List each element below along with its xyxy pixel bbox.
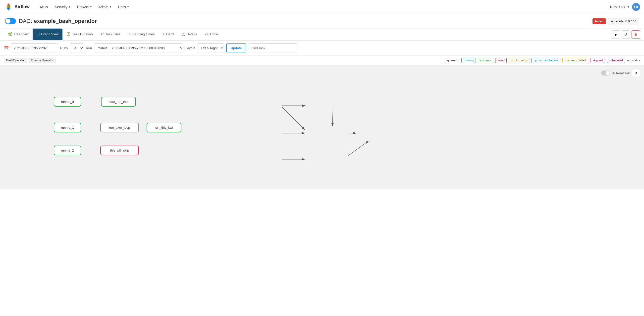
tab-details[interactable]: △ Details — [178, 28, 200, 40]
duration-icon: ⏳ — [66, 32, 71, 36]
tab-tree-view[interactable]: 🌿 Tree View — [4, 28, 32, 40]
layout-select[interactable]: Left > Right — [197, 43, 224, 52]
dummy-operator-tag[interactable]: DummyOperator — [29, 58, 56, 63]
autorefresh-bar: Auto-refresh ↺ — [4, 69, 640, 77]
graph-area: Auto-refresh ↺ run — [0, 65, 644, 189]
dag-header-right: failed schedule: 0 0 * * * — [592, 18, 639, 24]
status-retry[interactable]: up_for_retry — [509, 58, 529, 63]
node-runme-2[interactable]: runme_2 — [54, 146, 81, 155]
nav-security[interactable]: Security▾ — [52, 3, 73, 11]
code-icon: <> — [205, 32, 209, 36]
dag-header: DAG: example_bash_operator failed schedu… — [0, 14, 644, 28]
run-select[interactable]: manual__2021-03-30T19:27:22.155000+00:00 — [94, 43, 184, 52]
tab-actions: ▶ ↺ 🗑 — [612, 30, 640, 39]
runs-label: Runs — [60, 46, 68, 50]
dag-arrows-svg — [4, 81, 640, 185]
nav-avatar[interactable]: FB — [632, 3, 640, 11]
nav-dags[interactable]: DAGs — [36, 3, 51, 11]
tries-icon: ↩ — [101, 32, 104, 36]
details-icon: △ — [182, 32, 185, 36]
dag-graph: runme_0 also_run_this runme_1 run_after_… — [4, 81, 640, 185]
node-run-after-loop[interactable]: run_after_loop — [100, 123, 139, 132]
runs-select[interactable]: 25 — [70, 43, 84, 52]
tree-icon: 🌿 — [8, 32, 12, 36]
find-task-input[interactable] — [248, 43, 298, 52]
nav-time[interactable]: 18:53 UTC▾ — [610, 5, 629, 9]
status-success[interactable]: success — [478, 58, 493, 63]
status-reschedule[interactable]: up_for_reschedule — [531, 58, 560, 63]
status-failed[interactable]: failed — [495, 58, 507, 63]
node-also-run-this[interactable]: also_run_this — [101, 97, 136, 107]
node-this-will-skip[interactable]: this_will_skip — [100, 146, 139, 155]
node-runme-1[interactable]: runme_1 — [54, 123, 81, 132]
calendar-icon: 📅 — [4, 46, 9, 50]
tab-gantt[interactable]: ≡ Gantt — [158, 29, 178, 40]
bash-operator-tag[interactable]: BashOperator — [4, 58, 27, 63]
svg-line-6 — [282, 107, 305, 130]
node-run-this-last[interactable]: run_this_last — [146, 123, 182, 132]
status-scheduled[interactable]: scheduled — [607, 58, 625, 63]
nav-docs[interactable]: Docs▾ — [115, 3, 132, 11]
gantt-icon: ≡ — [162, 32, 164, 36]
autorefresh-label: Auto-refresh — [612, 71, 630, 75]
nav-browse[interactable]: Browse▾ — [74, 3, 94, 11]
svg-line-7 — [332, 107, 333, 126]
svg-line-11 — [348, 141, 369, 156]
tabs-bar: 🌿 Tree View ⬡ Graph View ⏳ Task Duration… — [0, 28, 644, 40]
tab-code[interactable]: <> Code — [201, 29, 222, 40]
status-running[interactable]: running — [461, 58, 476, 63]
status-no-status: no_status — [627, 59, 640, 62]
layout-label: Layout — [186, 46, 195, 50]
dag-toggle[interactable] — [5, 18, 16, 24]
autorefresh-toggle[interactable] — [601, 71, 610, 76]
airflow-logo — [4, 2, 13, 11]
brand[interactable]: Airflow — [4, 2, 30, 11]
dag-status-badge: failed — [592, 18, 606, 24]
nav-admin[interactable]: Admin▾ — [96, 3, 114, 11]
nav-right: 18:53 UTC▾ FB — [610, 3, 640, 11]
update-button[interactable]: Update — [226, 43, 246, 52]
refresh-button[interactable]: ↺ — [622, 30, 630, 39]
status-queued[interactable]: queued — [445, 58, 459, 63]
landing-icon: ✈ — [128, 32, 132, 36]
dag-schedule-badge: schedule: 0 0 * * * — [608, 18, 639, 24]
navbar: Airflow DAGs Security▾ Browse▾ Admin▾ Do… — [0, 0, 644, 14]
graph-refresh-button[interactable]: ↺ — [632, 69, 640, 77]
status-upstream[interactable]: upstream_failed — [562, 58, 588, 63]
date-input[interactable] — [11, 43, 58, 52]
status-skipped[interactable]: skipped — [590, 58, 605, 63]
dag-title: DAG: example_bash_operator — [19, 18, 97, 24]
legend-bar: BashOperator DummyOperator queued runnin… — [0, 56, 644, 65]
tab-graph-view[interactable]: ⬡ Graph View — [32, 28, 62, 40]
tab-task-duration[interactable]: ⏳ Task Duration — [62, 28, 97, 40]
brand-text: Airflow — [14, 4, 30, 9]
nav-links: DAGs Security▾ Browse▾ Admin▾ Docs▾ — [36, 3, 610, 11]
tab-task-tries[interactable]: ↩ Task Tries — [97, 28, 124, 40]
graph-icon: ⬡ — [36, 32, 40, 36]
play-button[interactable]: ▶ — [612, 30, 620, 39]
tab-landing-times[interactable]: ✈ Landing Times — [124, 28, 159, 40]
node-runme-0[interactable]: runme_0 — [54, 97, 81, 107]
delete-button[interactable]: 🗑 — [632, 30, 640, 39]
run-label: Run — [86, 46, 92, 50]
controls-bar: 📅 Runs 25 Run manual__2021-03-30T19:27:2… — [0, 40, 644, 56]
